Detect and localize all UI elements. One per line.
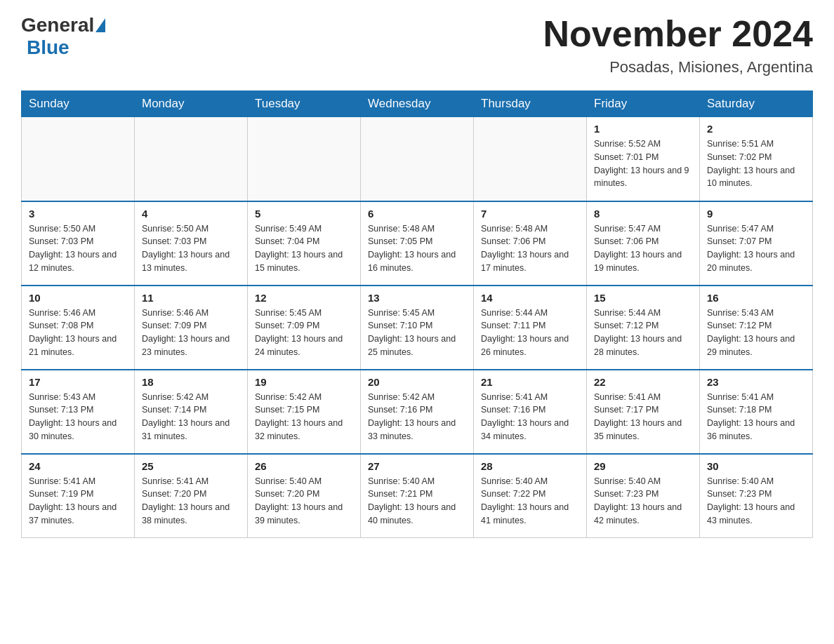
calendar-week-row: 17Sunrise: 5:43 AMSunset: 7:13 PMDayligh… bbox=[22, 370, 813, 454]
calendar-cell: 1Sunrise: 5:52 AMSunset: 7:01 PMDaylight… bbox=[587, 117, 700, 201]
calendar-cell: 11Sunrise: 5:46 AMSunset: 7:09 PMDayligh… bbox=[135, 286, 248, 370]
day-number: 4 bbox=[142, 208, 240, 220]
day-info: Sunrise: 5:47 AMSunset: 7:06 PMDaylight:… bbox=[594, 222, 692, 275]
day-info: Sunrise: 5:43 AMSunset: 7:12 PMDaylight:… bbox=[707, 307, 805, 359]
calendar-cell: 4Sunrise: 5:50 AMSunset: 7:03 PMDaylight… bbox=[135, 201, 248, 286]
day-info: Sunrise: 5:46 AMSunset: 7:09 PMDaylight:… bbox=[142, 307, 240, 359]
day-number: 9 bbox=[707, 208, 805, 220]
day-info: Sunrise: 5:40 AMSunset: 7:23 PMDaylight:… bbox=[594, 475, 692, 528]
day-number: 24 bbox=[29, 460, 127, 472]
calendar-cell: 14Sunrise: 5:44 AMSunset: 7:11 PMDayligh… bbox=[474, 286, 587, 370]
calendar-cell: 26Sunrise: 5:40 AMSunset: 7:20 PMDayligh… bbox=[248, 454, 361, 538]
day-number: 30 bbox=[707, 460, 805, 472]
calendar-cell: 2Sunrise: 5:51 AMSunset: 7:02 PMDaylight… bbox=[700, 117, 813, 201]
calendar-cell: 17Sunrise: 5:43 AMSunset: 7:13 PMDayligh… bbox=[22, 370, 135, 454]
day-number: 27 bbox=[368, 460, 466, 472]
day-info: Sunrise: 5:46 AMSunset: 7:08 PMDaylight:… bbox=[29, 307, 127, 359]
day-info: Sunrise: 5:41 AMSunset: 7:16 PMDaylight:… bbox=[481, 391, 579, 443]
day-info: Sunrise: 5:40 AMSunset: 7:20 PMDaylight:… bbox=[255, 475, 353, 528]
calendar-header-row: SundayMondayTuesdayWednesdayThursdayFrid… bbox=[22, 91, 813, 117]
day-number: 2 bbox=[707, 123, 805, 135]
day-info: Sunrise: 5:49 AMSunset: 7:04 PMDaylight:… bbox=[255, 222, 353, 275]
logo: General Blue bbox=[21, 14, 107, 59]
day-of-week-header: Friday bbox=[587, 91, 700, 117]
day-info: Sunrise: 5:45 AMSunset: 7:10 PMDaylight:… bbox=[368, 307, 466, 359]
calendar-cell: 7Sunrise: 5:48 AMSunset: 7:06 PMDaylight… bbox=[474, 201, 587, 286]
calendar-cell: 9Sunrise: 5:47 AMSunset: 7:07 PMDaylight… bbox=[700, 201, 813, 286]
calendar-cell bbox=[361, 117, 474, 201]
calendar-cell bbox=[135, 117, 248, 201]
day-info: Sunrise: 5:40 AMSunset: 7:22 PMDaylight:… bbox=[481, 475, 579, 528]
calendar-cell: 29Sunrise: 5:40 AMSunset: 7:23 PMDayligh… bbox=[587, 454, 700, 538]
title-section: November 2024 Posadas, Misiones, Argenti… bbox=[543, 14, 813, 76]
calendar-cell bbox=[22, 117, 135, 201]
calendar-cell: 28Sunrise: 5:40 AMSunset: 7:22 PMDayligh… bbox=[474, 454, 587, 538]
day-number: 6 bbox=[368, 208, 466, 220]
calendar-cell: 27Sunrise: 5:40 AMSunset: 7:21 PMDayligh… bbox=[361, 454, 474, 538]
calendar-cell: 22Sunrise: 5:41 AMSunset: 7:17 PMDayligh… bbox=[587, 370, 700, 454]
day-of-week-header: Monday bbox=[135, 91, 248, 117]
calendar-cell: 15Sunrise: 5:44 AMSunset: 7:12 PMDayligh… bbox=[587, 286, 700, 370]
day-of-week-header: Thursday bbox=[474, 91, 587, 117]
day-number: 5 bbox=[255, 208, 353, 220]
logo-blue: Blue bbox=[27, 36, 70, 58]
day-info: Sunrise: 5:41 AMSunset: 7:19 PMDaylight:… bbox=[29, 475, 127, 528]
logo-triangle-icon bbox=[95, 18, 105, 32]
calendar-cell: 19Sunrise: 5:42 AMSunset: 7:15 PMDayligh… bbox=[248, 370, 361, 454]
day-info: Sunrise: 5:43 AMSunset: 7:13 PMDaylight:… bbox=[29, 391, 127, 443]
calendar-week-row: 3Sunrise: 5:50 AMSunset: 7:03 PMDaylight… bbox=[22, 201, 813, 286]
day-info: Sunrise: 5:52 AMSunset: 7:01 PMDaylight:… bbox=[594, 137, 692, 190]
day-number: 17 bbox=[29, 376, 127, 388]
day-info: Sunrise: 5:44 AMSunset: 7:12 PMDaylight:… bbox=[594, 307, 692, 359]
day-info: Sunrise: 5:51 AMSunset: 7:02 PMDaylight:… bbox=[707, 137, 805, 190]
calendar-cell: 8Sunrise: 5:47 AMSunset: 7:06 PMDaylight… bbox=[587, 201, 700, 286]
day-number: 7 bbox=[481, 208, 579, 220]
day-of-week-header: Wednesday bbox=[361, 91, 474, 117]
day-info: Sunrise: 5:48 AMSunset: 7:06 PMDaylight:… bbox=[481, 222, 579, 275]
day-info: Sunrise: 5:41 AMSunset: 7:20 PMDaylight:… bbox=[142, 475, 240, 528]
day-info: Sunrise: 5:42 AMSunset: 7:16 PMDaylight:… bbox=[368, 391, 466, 443]
day-number: 1 bbox=[594, 123, 692, 135]
day-number: 21 bbox=[481, 376, 579, 388]
calendar-cell: 30Sunrise: 5:40 AMSunset: 7:23 PMDayligh… bbox=[700, 454, 813, 538]
calendar-cell: 6Sunrise: 5:48 AMSunset: 7:05 PMDaylight… bbox=[361, 201, 474, 286]
day-info: Sunrise: 5:45 AMSunset: 7:09 PMDaylight:… bbox=[255, 307, 353, 359]
day-number: 11 bbox=[142, 292, 240, 304]
calendar-cell: 21Sunrise: 5:41 AMSunset: 7:16 PMDayligh… bbox=[474, 370, 587, 454]
day-info: Sunrise: 5:41 AMSunset: 7:18 PMDaylight:… bbox=[707, 391, 805, 443]
calendar-cell: 3Sunrise: 5:50 AMSunset: 7:03 PMDaylight… bbox=[22, 201, 135, 286]
page-header: General Blue November 2024 Posadas, Misi… bbox=[21, 14, 813, 76]
day-info: Sunrise: 5:44 AMSunset: 7:11 PMDaylight:… bbox=[481, 307, 579, 359]
calendar-cell: 16Sunrise: 5:43 AMSunset: 7:12 PMDayligh… bbox=[700, 286, 813, 370]
day-number: 15 bbox=[594, 292, 692, 304]
day-of-week-header: Tuesday bbox=[248, 91, 361, 117]
month-title: November 2024 bbox=[543, 14, 813, 54]
day-number: 23 bbox=[707, 376, 805, 388]
calendar-table: SundayMondayTuesdayWednesdayThursdayFrid… bbox=[21, 90, 813, 538]
calendar-cell bbox=[474, 117, 587, 201]
day-info: Sunrise: 5:50 AMSunset: 7:03 PMDaylight:… bbox=[29, 222, 127, 275]
day-number: 8 bbox=[594, 208, 692, 220]
calendar-cell: 20Sunrise: 5:42 AMSunset: 7:16 PMDayligh… bbox=[361, 370, 474, 454]
day-number: 13 bbox=[368, 292, 466, 304]
day-number: 14 bbox=[481, 292, 579, 304]
calendar-cell: 5Sunrise: 5:49 AMSunset: 7:04 PMDaylight… bbox=[248, 201, 361, 286]
day-info: Sunrise: 5:40 AMSunset: 7:23 PMDaylight:… bbox=[707, 475, 805, 528]
day-number: 22 bbox=[594, 376, 692, 388]
day-of-week-header: Saturday bbox=[700, 91, 813, 117]
day-of-week-header: Sunday bbox=[22, 91, 135, 117]
calendar-cell: 13Sunrise: 5:45 AMSunset: 7:10 PMDayligh… bbox=[361, 286, 474, 370]
day-number: 10 bbox=[29, 292, 127, 304]
day-info: Sunrise: 5:40 AMSunset: 7:21 PMDaylight:… bbox=[368, 475, 466, 528]
day-info: Sunrise: 5:41 AMSunset: 7:17 PMDaylight:… bbox=[594, 391, 692, 443]
day-number: 25 bbox=[142, 460, 240, 472]
calendar-cell: 25Sunrise: 5:41 AMSunset: 7:20 PMDayligh… bbox=[135, 454, 248, 538]
day-number: 20 bbox=[368, 376, 466, 388]
day-info: Sunrise: 5:42 AMSunset: 7:14 PMDaylight:… bbox=[142, 391, 240, 443]
day-number: 18 bbox=[142, 376, 240, 388]
calendar-cell: 18Sunrise: 5:42 AMSunset: 7:14 PMDayligh… bbox=[135, 370, 248, 454]
calendar-week-row: 1Sunrise: 5:52 AMSunset: 7:01 PMDaylight… bbox=[22, 117, 813, 201]
day-info: Sunrise: 5:42 AMSunset: 7:15 PMDaylight:… bbox=[255, 391, 353, 443]
calendar-week-row: 24Sunrise: 5:41 AMSunset: 7:19 PMDayligh… bbox=[22, 454, 813, 538]
day-number: 29 bbox=[594, 460, 692, 472]
